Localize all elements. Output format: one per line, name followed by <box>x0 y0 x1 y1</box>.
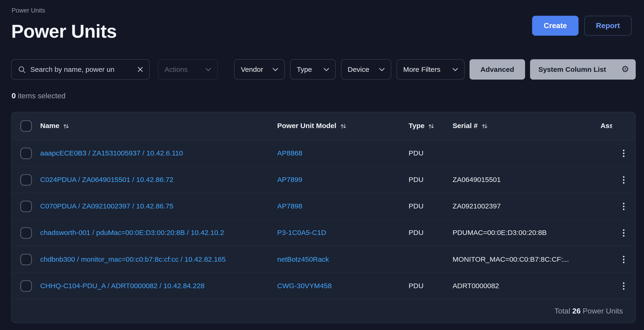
chevron-down-icon <box>273 68 278 71</box>
chevron-down-icon <box>379 68 384 71</box>
column-header-model[interactable]: Power Unit Model <box>277 122 408 130</box>
device-filter-dropdown[interactable]: Device <box>341 59 391 80</box>
chevron-down-icon <box>324 68 329 71</box>
vertical-ellipsis-icon <box>623 256 624 263</box>
total-label: Total <box>554 306 570 315</box>
power-unit-name-link[interactable]: chadsworth-001 / pduMac=00:0E:D3:00:20:8… <box>40 229 224 236</box>
row-actions-menu-button[interactable] <box>616 252 631 267</box>
header-actions: Create Report <box>532 16 632 36</box>
column-header-assigned[interactable]: Ass <box>600 122 612 130</box>
more-filters-dropdown[interactable]: More Filters <box>396 59 465 80</box>
select-all-checkbox[interactable] <box>20 120 32 132</box>
chevron-down-icon <box>206 68 211 71</box>
row-actions-menu-button[interactable] <box>616 278 631 293</box>
more-filters-label: More Filters <box>403 65 440 74</box>
vertical-ellipsis-icon <box>623 282 624 290</box>
type-cell: PDU <box>409 202 452 210</box>
power-unit-name-link[interactable]: C024PDUA / ZA0649015501 / 10.42.86.72 <box>40 176 173 183</box>
power-unit-model-link[interactable]: CWG-30VYM458 <box>277 282 332 290</box>
sort-icon[interactable] <box>481 124 488 129</box>
type-cell: PDU <box>409 149 452 157</box>
vertical-ellipsis-icon <box>623 150 624 157</box>
serial-cell: ZA0649015501 <box>452 176 600 184</box>
row-checkbox[interactable] <box>20 147 32 159</box>
total-count: 26 <box>572 306 580 315</box>
column-header-type[interactable]: Type <box>409 122 452 130</box>
vertical-ellipsis-icon <box>623 229 624 236</box>
table-row: CHHQ-C104-PDU_A / ADRT0000082 / 10.42.84… <box>12 272 636 299</box>
selection-summary: 0 items selected <box>12 92 66 100</box>
report-button[interactable]: Report <box>584 16 632 36</box>
serial-cell: PDUMAC=00:0E:D3:00:20:8B <box>452 229 600 237</box>
actions-dropdown-label: Actions <box>164 65 188 74</box>
actions-dropdown[interactable]: Actions <box>158 59 218 80</box>
table-row: C070PDUA / ZA0921002397 / 10.42.86.75 AP… <box>12 193 636 219</box>
sort-icon[interactable] <box>340 124 346 129</box>
power-unit-name-link[interactable]: aaapcECE0B3 / ZA1531005937 / 10.42.6.110 <box>40 149 183 157</box>
type-cell: PDU <box>409 229 452 237</box>
row-actions-menu-button[interactable] <box>616 172 631 187</box>
row-actions-menu-button[interactable] <box>616 225 631 240</box>
row-checkbox[interactable] <box>20 227 32 239</box>
column-header-name[interactable]: Name <box>40 122 277 130</box>
gear-icon: ⚙ <box>621 65 629 74</box>
page-title: Power Units <box>11 21 117 42</box>
power-unit-model-link[interactable]: AP7898 <box>277 202 302 210</box>
breadcrumb[interactable]: Power Units <box>12 7 45 14</box>
table-footer: Total 26 Power Units <box>12 299 636 322</box>
power-unit-name-link[interactable]: CHHQ-C104-PDU_A / ADRT0000082 / 10.42.84… <box>40 282 204 290</box>
table-row: chdbnb300 / monitor_mac=00:c0:b7:8c:cf:c… <box>12 246 636 272</box>
chevron-down-icon <box>452 68 458 71</box>
total-suffix: Power Units <box>583 306 623 315</box>
power-unit-model-link[interactable]: AP8868 <box>277 149 302 157</box>
power-unit-model-link[interactable]: netBotz450Rack <box>277 255 329 263</box>
table-row: aaapcECE0B3 / ZA1531005937 / 10.42.6.110… <box>12 140 636 166</box>
table-row: chadsworth-001 / pduMac=00:0E:D3:00:20:8… <box>12 220 636 246</box>
row-actions-menu-button[interactable] <box>616 146 631 160</box>
selected-count: 0 <box>12 92 16 100</box>
type-cell: PDU <box>409 282 452 290</box>
power-units-table: Name Power Unit Model <box>11 112 636 323</box>
system-column-list-button[interactable]: System Column List ⚙ <box>530 59 636 80</box>
advanced-button[interactable]: Advanced <box>470 59 525 80</box>
vertical-ellipsis-icon <box>623 176 624 183</box>
device-filter-label: Device <box>348 65 370 74</box>
system-column-list-label: System Column List <box>538 65 606 74</box>
power-unit-name-link[interactable]: chdbnb300 / monitor_mac=00:c0:b7:8c:cf:c… <box>40 255 226 263</box>
type-filter-label: Type <box>297 65 312 74</box>
power-units-page: Power Units Power Units Create Report Ac… <box>0 0 644 330</box>
viewport: Power Units Power Units Create Report Ac… <box>0 0 644 330</box>
search-icon <box>18 66 26 73</box>
row-checkbox[interactable] <box>20 200 32 212</box>
table-row: C024PDUA / ZA0649015501 / 10.42.86.72 AP… <box>12 166 636 193</box>
serial-cell: MONITOR_MAC=00:C0:B7:8C:CF:... <box>452 255 600 264</box>
power-unit-model-link[interactable]: P3-1C0A5-C1D <box>277 229 326 236</box>
row-checkbox[interactable] <box>20 174 32 186</box>
selected-label: items selected <box>18 92 66 100</box>
serial-cell: ZA0921002397 <box>452 202 600 210</box>
serial-cell: ADRT0000082 <box>452 282 600 290</box>
type-cell: PDU <box>409 176 452 184</box>
sort-icon[interactable] <box>63 124 70 129</box>
vertical-ellipsis-icon <box>623 202 624 210</box>
vendor-filter-label: Vendor <box>241 65 263 74</box>
vendor-filter-dropdown[interactable]: Vendor <box>234 59 285 80</box>
row-checkbox[interactable] <box>20 254 32 265</box>
create-button[interactable]: Create <box>532 16 578 36</box>
search-box[interactable] <box>11 59 150 80</box>
row-actions-menu-button[interactable] <box>616 199 631 214</box>
sort-icon[interactable] <box>428 124 434 129</box>
power-unit-name-link[interactable]: C070PDUA / ZA0921002397 / 10.42.86.75 <box>40 202 173 210</box>
filter-toolbar: Actions Vendor Type Device <box>11 59 636 80</box>
column-header-serial[interactable]: Serial # <box>452 122 600 130</box>
row-checkbox[interactable] <box>20 280 32 292</box>
type-filter-dropdown[interactable]: Type <box>290 59 336 80</box>
clear-search-icon[interactable] <box>137 66 143 72</box>
table-header-row: Name Power Unit Model <box>12 112 636 140</box>
power-unit-model-link[interactable]: AP7899 <box>277 176 302 183</box>
search-input[interactable] <box>30 65 134 74</box>
